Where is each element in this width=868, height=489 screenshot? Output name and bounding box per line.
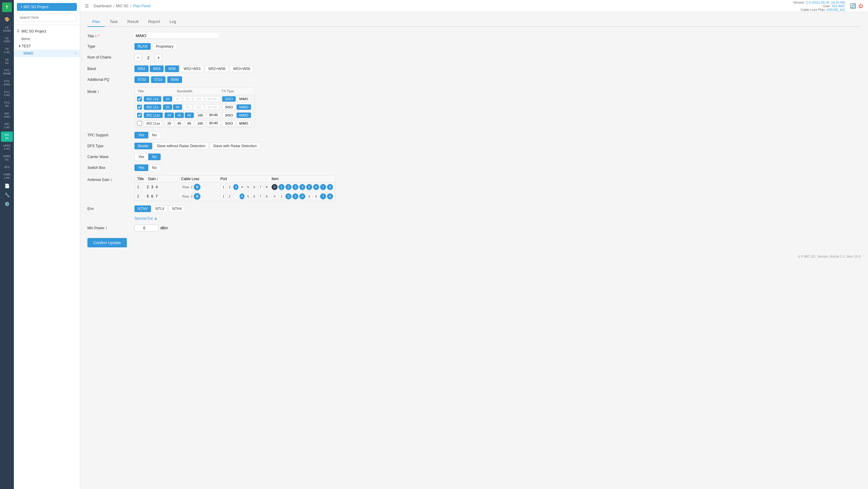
sidebar-nav-ce-234g[interactable]: CE234G bbox=[1, 35, 13, 45]
item-r1-0[interactable]: 0 bbox=[272, 184, 278, 190]
item-r1-5[interactable]: 5 bbox=[306, 184, 312, 190]
item-r1-8[interactable]: 8 bbox=[327, 184, 333, 190]
fq-5690-button[interactable]: 5690 bbox=[167, 76, 182, 83]
mode-80211n-checkbox[interactable] bbox=[137, 105, 142, 110]
breadcrumb-mic5g[interactable]: MIC 5G bbox=[116, 4, 128, 8]
mode-80211ax-label[interactable]: 802.11ax bbox=[144, 121, 163, 126]
switch-box-no-button[interactable]: No bbox=[148, 165, 161, 171]
port-r1-5[interactable]: 5 bbox=[246, 184, 251, 190]
port-r2-6[interactable]: 6 bbox=[252, 193, 257, 199]
tab-result[interactable]: Result bbox=[123, 17, 144, 27]
band-w56-button[interactable]: W56 bbox=[165, 65, 179, 72]
item-r2-4[interactable]: 4 bbox=[299, 193, 305, 199]
mode-80211a-checkbox[interactable] bbox=[137, 96, 142, 102]
gain-info-icon[interactable]: ℹ bbox=[157, 177, 158, 181]
antenna-r2-gear-button[interactable]: ⚙ bbox=[194, 193, 200, 200]
port-r2-5[interactable]: 5 bbox=[246, 193, 251, 199]
item-r2-5[interactable]: 5 bbox=[306, 193, 312, 199]
bw-80211ax-40[interactable]: 40 bbox=[175, 121, 184, 126]
add-project-button[interactable]: + MIC 5G Project bbox=[17, 3, 77, 11]
special-eut-toggle[interactable]: Special Eut ▲ bbox=[134, 216, 158, 221]
sidebar-nav-plugin[interactable]: 🔧 bbox=[1, 191, 13, 199]
tx-80211n-siso[interactable]: SISO bbox=[222, 105, 236, 110]
tree-leaf-mimo[interactable]: MIMO ✎ bbox=[14, 50, 80, 57]
confirm-update-button[interactable]: Confirm Update bbox=[87, 238, 127, 247]
bw-80211ac-80+80[interactable]: 80+80 bbox=[207, 113, 220, 118]
item-r1-1[interactable]: 1 bbox=[278, 184, 284, 190]
item-r1-2[interactable]: 2 bbox=[285, 184, 291, 190]
title-info-icon[interactable]: ℹ bbox=[95, 34, 96, 38]
sidebar-nav-mic-24g[interactable]: MIC2.4G bbox=[1, 121, 13, 131]
port-r1-1[interactable]: 1 bbox=[221, 184, 226, 190]
tx-80211ax-siso[interactable]: SISO bbox=[222, 121, 236, 126]
port-r2-2[interactable]: 2 bbox=[227, 193, 232, 199]
tree-item-demo[interactable]: demo bbox=[14, 35, 80, 42]
sidebar-nav-srrc-5g[interactable]: SRRC5G bbox=[1, 153, 13, 163]
mode-80211a-label[interactable]: 802.11a bbox=[144, 96, 161, 102]
min-power-info-icon[interactable]: ℹ bbox=[106, 226, 107, 230]
title-input[interactable] bbox=[134, 33, 219, 39]
bw-80211ac-20[interactable]: 20 bbox=[164, 113, 174, 118]
band-w52w53-button[interactable]: W52+W53 bbox=[180, 65, 204, 72]
band-w53w56-button[interactable]: W53+W56 bbox=[230, 65, 253, 72]
dfs-slave-radar-button[interactable]: Slave with Radar Detection bbox=[210, 143, 260, 149]
mode-80211n-label[interactable]: 802.11n bbox=[144, 105, 161, 110]
type-proprietary-button[interactable]: Proprietary bbox=[153, 43, 177, 50]
bw-80211n-20[interactable]: 20 bbox=[163, 105, 172, 110]
item-r1-7[interactable]: 7 bbox=[320, 184, 326, 190]
env-ntnv-button[interactable]: NTNV bbox=[134, 205, 151, 212]
sidebar-nav-mic-5g[interactable]: MIC5G bbox=[1, 132, 13, 142]
app-logo[interactable]: T bbox=[2, 2, 12, 12]
item-r2-6[interactable]: 6 bbox=[313, 193, 319, 199]
port-r1-8[interactable]: 8 bbox=[264, 184, 270, 190]
env-ntlv-button[interactable]: NTLV bbox=[152, 205, 168, 212]
tx-80211n-mimo[interactable]: MIMO bbox=[237, 105, 251, 110]
mode-80211ac-checkbox[interactable] bbox=[137, 113, 142, 118]
item-r2-0[interactable]: 0 bbox=[272, 193, 278, 199]
antenna-r1-gear-button[interactable]: ⚙ bbox=[194, 184, 200, 190]
mode-80211ac-label[interactable]: 802.11ac bbox=[144, 113, 163, 118]
bw-80211ax-160[interactable]: 160 bbox=[195, 121, 206, 126]
port-r2-8[interactable]: 8 bbox=[264, 193, 270, 199]
sidebar-nav-fcc-234g[interactable]: FCC234G bbox=[1, 78, 13, 88]
min-power-input[interactable] bbox=[134, 225, 158, 231]
sidebar-nav-mic-234g[interactable]: MIC234G bbox=[1, 110, 13, 120]
item-r1-4[interactable]: 4 bbox=[299, 184, 305, 190]
sidebar-nav-fcc-5g[interactable]: FCC5G bbox=[1, 99, 13, 110]
tab-log[interactable]: Log bbox=[165, 17, 181, 27]
carrier-wave-no-button[interactable]: No bbox=[148, 153, 161, 160]
band-w52w56-button[interactable]: W52+W56 bbox=[205, 65, 228, 72]
bw-80211ac-160[interactable]: 160 bbox=[195, 113, 206, 118]
num-chains-increment[interactable]: + bbox=[155, 54, 162, 61]
refresh-button[interactable]: 🔄 bbox=[850, 3, 856, 9]
fq-5720-button[interactable]: 5720 bbox=[134, 76, 149, 83]
env-nthv-button[interactable]: NTHV bbox=[169, 205, 185, 212]
sidebar-nav-ce-5gnr[interactable]: CE5GNR bbox=[1, 24, 13, 34]
sidebar-nav-fcc-5gnr[interactable]: FCC5GNR bbox=[1, 67, 13, 77]
item-r2-8[interactable]: 8 bbox=[327, 193, 333, 199]
bw-80211n-40[interactable]: 40 bbox=[173, 105, 182, 110]
bw-80211ax-80+80[interactable]: 80+80 bbox=[207, 121, 220, 126]
tx-80211a-siso[interactable]: SISO bbox=[222, 96, 236, 102]
carrier-wave-yes-button[interactable]: Yes bbox=[134, 153, 148, 160]
sidebar-nav-ce-5g[interactable]: CE5G bbox=[1, 56, 13, 67]
type-rlan-button[interactable]: RLAN bbox=[134, 43, 151, 50]
dfs-slave-no-radar-button[interactable]: Slave without Radar Detection bbox=[153, 143, 209, 149]
port-r1-6[interactable]: 6 bbox=[252, 184, 257, 190]
item-r2-3[interactable]: 3 bbox=[292, 193, 299, 199]
bw-80211ax-80[interactable]: 80 bbox=[185, 121, 194, 126]
port-r1-2[interactable]: 2 bbox=[227, 184, 232, 190]
tx-80211a-mimo[interactable]: MIMO bbox=[237, 96, 251, 102]
port-r1-4[interactable]: 4 bbox=[240, 184, 245, 190]
sidebar-nav-dfs[interactable]: DFS bbox=[1, 164, 13, 170]
sidebar-nav-cable-loss[interactable]: CableLoss bbox=[1, 171, 13, 181]
sidebar-nav-fcc-24g[interactable]: FCC2.4G bbox=[1, 89, 13, 99]
sidebar-nav-ce-24g[interactable]: CE2.4G bbox=[1, 46, 13, 56]
hamburger-icon[interactable]: ☰ bbox=[85, 4, 89, 8]
power-button[interactable]: ⏻ bbox=[858, 3, 863, 9]
bw-80211ac-40[interactable]: 40 bbox=[175, 113, 184, 118]
item-r2-2[interactable]: 2 bbox=[285, 193, 291, 199]
tx-80211ac-siso[interactable]: SISO bbox=[222, 113, 236, 118]
bw-80211ax-20[interactable]: 20 bbox=[164, 121, 174, 126]
sidebar-nav-doc[interactable]: 📄 bbox=[1, 181, 13, 190]
